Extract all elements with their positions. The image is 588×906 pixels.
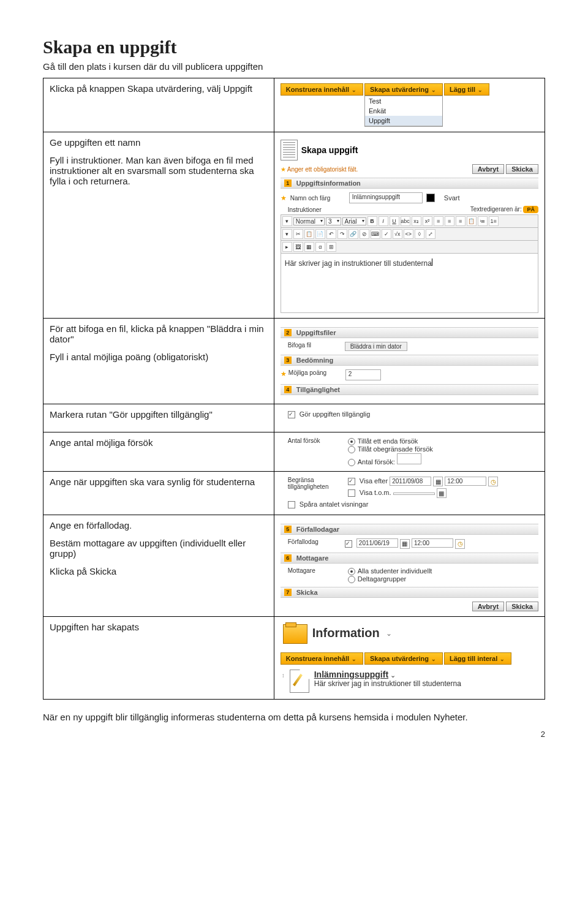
avail-label: Gör uppgiften tillgänglig [300,410,371,418]
sub-button[interactable]: x₂ [412,216,421,226]
subtitle: Gå till den plats i kursen där du vill p… [43,61,545,72]
align-center-button[interactable]: ≡ [445,216,454,226]
paste-button[interactable]: 📋 [467,216,477,226]
create-eval-dropdown: Test Enkät Uppgift [364,96,443,127]
information-heading: Information [312,626,380,640]
calendar-icon[interactable]: ▦ [400,539,410,549]
track-checkbox[interactable] [288,501,295,508]
instr-label: Instruktioner [288,206,343,213]
section-info: Uppgiftsinformation [281,178,538,189]
submit-button[interactable]: Skicka [506,164,538,174]
align-left-button[interactable]: ≡ [434,216,443,226]
content-toolbar: Konstruera innehåll⌄ Skapa utvärdering⌄ … [281,652,538,665]
tries-input[interactable] [397,453,421,464]
size-select[interactable]: 3 [326,217,341,225]
section-files: Uppgiftsfiler [281,327,538,338]
avail-checkbox[interactable] [288,411,295,418]
due-checkbox[interactable] [345,540,352,548]
rte-toolbar-3: ▸🖼▦α⊞ [281,241,538,254]
assignment-icon [290,670,309,693]
construct-content-button[interactable]: Konstruera innehåll⌄ [281,652,363,665]
tries-radio-single[interactable] [348,438,355,445]
cancel-button[interactable]: Avbryt [472,602,504,611]
name-input[interactable]: Inlämningsuppgift [349,192,423,203]
menu-bar: Konstruera innehåll⌄ Skapa utvärdering⌄ … [281,83,538,127]
ol-button[interactable]: 1≡ [489,216,499,226]
sup-button[interactable]: x² [423,216,432,226]
clock-icon[interactable]: ◷ [488,477,498,486]
section-avail: Tillgänglighet [281,384,538,395]
until-checkbox[interactable] [348,489,355,497]
name-label: Namn och färg [290,195,345,202]
after-checkbox[interactable] [348,478,355,485]
calendar-icon[interactable]: ▦ [433,477,443,486]
rcpt-label: Mottagare [288,567,343,583]
drag-handle[interactable]: ↕ [282,670,285,679]
rcpt-radio-groups[interactable] [348,576,355,583]
chevron-icon[interactable]: ⌄ [386,629,392,638]
underline-button[interactable]: U [390,216,399,226]
section-eval: Bedömning [281,355,538,366]
strike-button[interactable]: abc [401,216,410,226]
calendar-icon[interactable]: ▦ [437,488,447,498]
menu-item-test[interactable]: Test [365,96,442,106]
r8-left: Uppgiften har skapats [43,616,274,699]
cancel-button[interactable]: Avbryt [472,164,504,174]
clock-icon[interactable]: ◷ [455,539,465,549]
menu-item-enkat[interactable]: Enkät [365,106,442,116]
rte-toolbar: ▾ Normal 3 Arial B I U abc x₂ x² ≡ ≡ ≡ 📋… [281,214,538,228]
track-label: Spåra antalet visningar [300,500,369,508]
points-input[interactable]: 2 [345,369,381,380]
italic-button[interactable]: I [379,216,388,226]
form-title: Skapa uppgift [301,145,358,155]
tries-label: Antal försök [288,437,343,466]
until-date[interactable] [393,493,435,495]
rte-toolbar-2: ▾ ✂📋📄 ↶↷ 🔗⊘ ⌨✓ √x<>◊ ⤢ [281,228,538,241]
align-right-button[interactable]: ≡ [456,216,466,226]
assignment-link[interactable]: Inlämningsuppgift [314,670,388,679]
r4-left: Markera rutan "Gör uppgiften tillgänglig… [43,404,274,432]
format-select[interactable]: Normal [293,217,325,225]
font-select[interactable]: Arial [342,217,366,225]
ul-button[interactable]: ≔ [478,216,488,226]
section-rcpt: Mottagare [281,553,538,564]
after-date[interactable]: 2011/09/08 [390,477,431,486]
assignment-desc: Här skriver jag in instruktioner till st… [314,679,461,688]
footer-text: När en ny uppgift blir tillgänglig infor… [43,712,545,722]
page-title: Skapa en uppgift [43,37,545,58]
submit-button[interactable]: Skicka [506,602,538,611]
rcpt-radio-indiv[interactable] [348,568,355,575]
due-date[interactable]: 2011/06/19 [356,538,398,548]
after-time[interactable]: 12:00 [445,477,486,486]
r3-left: För att bifoga en fil, klicka på knappen… [43,319,274,404]
form-icon [281,140,298,160]
due-time[interactable]: 12:00 [412,538,453,548]
page-number: 2 [43,730,545,739]
chevron-icon[interactable]: ⌄ [390,671,396,679]
add-interaction-button[interactable]: Lägg till interal⌄ [444,652,511,665]
rte-textarea[interactable]: Här skriver jag in instruktioner till st… [281,254,538,313]
r1-left: Klicka på knappen Skapa utvärdering, väl… [43,78,274,132]
limit-label: Begränsa tillgängligheten [288,477,343,498]
section-submit: Skicka [281,587,538,598]
points-label: Möjliga poäng [288,369,344,376]
r2-left: Ge uppgiften ett namn Fyll i instruktion… [43,132,274,319]
create-eval-button[interactable]: Skapa utvärdering⌄ [364,652,443,665]
add-button[interactable]: Lägg till⌄ [444,83,489,96]
create-eval-button[interactable]: Skapa utvärdering⌄ [364,83,443,96]
browse-button[interactable]: Bläddra i min dator [345,342,407,351]
color-picker[interactable] [426,194,435,202]
section-due: Förfallodagar [281,524,538,535]
tries-radio-count[interactable] [348,459,355,466]
r5-left: Ange antal möjliga försök [43,432,274,472]
editor-toggle[interactable]: PÅ [523,206,538,213]
color-label: Svart [444,194,460,202]
due-label: Förfallodag [288,538,343,545]
mandatory-note: ★ Anger ett obligatoriskt fält. [281,166,358,173]
tries-radio-unlimited[interactable] [348,446,355,453]
bold-button[interactable]: B [368,216,377,226]
folder-icon [283,624,306,643]
menu-item-uppgift[interactable]: Uppgift [365,116,442,126]
construct-content-button[interactable]: Konstruera innehåll⌄ [281,83,363,96]
r7-left: Ange en förfallodag. Bestäm mottagare av… [43,515,274,616]
